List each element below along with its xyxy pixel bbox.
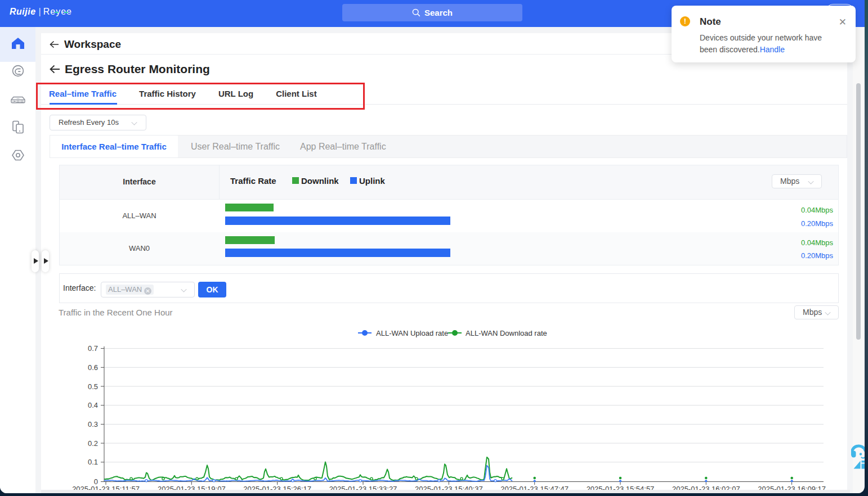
svg-text:0.3: 0.3: [88, 420, 98, 429]
svg-text:0.5: 0.5: [88, 382, 98, 391]
svg-text:0.4: 0.4: [88, 401, 98, 409]
svg-text:0.6: 0.6: [88, 363, 98, 372]
svg-text:ALL-WAN Download rate: ALL-WAN Download rate: [466, 329, 547, 337]
svg-text:0.7: 0.7: [88, 344, 98, 353]
svg-text:0.2: 0.2: [88, 439, 98, 448]
svg-text:ALL-WAN Upload rate: ALL-WAN Upload rate: [376, 329, 448, 337]
svg-text:0.1: 0.1: [88, 458, 98, 466]
